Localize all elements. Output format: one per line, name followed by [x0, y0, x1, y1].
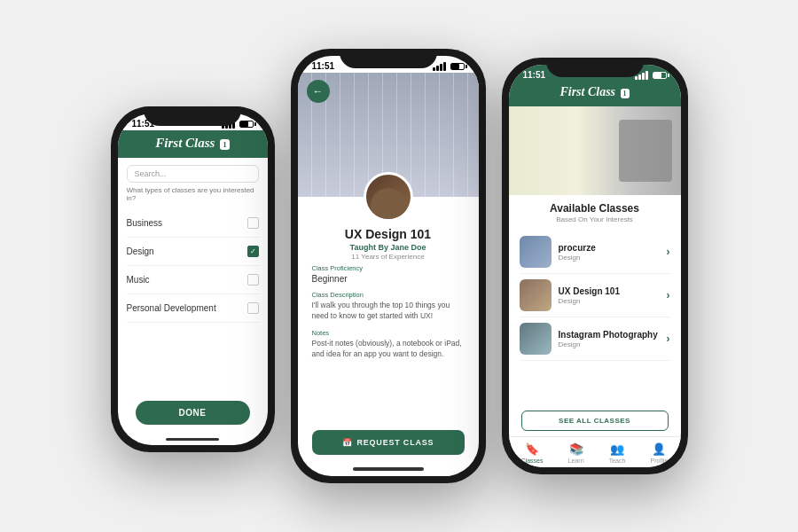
category-personal-dev[interactable]: Personal Development: [127, 294, 259, 323]
checkbox-design[interactable]: [247, 246, 259, 257]
done-button[interactable]: DONE: [136, 401, 250, 425]
notes-text: Post-it notes (obviously), a notebook or…: [312, 339, 465, 360]
signal-icon-2: [433, 62, 446, 71]
status-bar-1: 11:51: [118, 113, 268, 130]
header-top-3: First Class 1: [520, 85, 670, 99]
app-title-3: First Class 1: [559, 85, 629, 99]
avatar: [364, 172, 413, 222]
battery-icon-2: [450, 63, 465, 70]
class-title-procurze: procurze: [559, 243, 660, 253]
nav-learn[interactable]: 📚 Learn: [568, 442, 584, 464]
instructor-name: Taught By Jane Doe: [312, 243, 465, 252]
home-indicator-2: [353, 467, 424, 471]
category-label-design: Design: [127, 246, 154, 256]
nav-profile[interactable]: 👤 Profile: [651, 442, 669, 464]
calendar-icon: 📅: [342, 438, 353, 447]
proficiency-value: Beginner: [312, 274, 465, 284]
available-section: Available Classes Based On Your Interest…: [509, 195, 681, 227]
learn-icon: 📚: [569, 442, 583, 456]
class-title-ux: UX Design 101: [559, 286, 660, 296]
teach-icon: 👥: [610, 442, 624, 456]
status-time-3: 11:51: [523, 70, 546, 80]
category-label-business: Business: [127, 218, 163, 228]
class-thumb-procurze: [520, 236, 552, 268]
available-subtitle: Based On Your Interests: [521, 215, 669, 223]
app-title-1: First Class 1: [129, 136, 257, 151]
request-class-button[interactable]: 📅 REQUEST CLASS: [312, 430, 465, 455]
see-all-classes-button[interactable]: SEE ALL CLASSES: [521, 411, 669, 431]
chevron-icon-procurze: ›: [667, 246, 670, 258]
notebook-bg: [509, 106, 681, 195]
nav-profile-label: Profile: [651, 458, 669, 464]
category-business[interactable]: Business: [127, 209, 259, 238]
class-item-procurze[interactable]: procurze Design ›: [520, 231, 670, 274]
app-badge-1: 1: [220, 139, 230, 150]
chevron-icon-ux: ›: [667, 289, 670, 301]
phone-class-detail: 11:51 ←: [291, 49, 486, 483]
nav-teach[interactable]: 👥 Teach: [609, 442, 626, 464]
request-class-label: REQUEST CLASS: [356, 438, 434, 447]
status-icons-1: [222, 120, 254, 129]
class-list: procurze Design › UX Design 101 Design ›: [509, 227, 681, 405]
category-design[interactable]: Design: [127, 238, 259, 266]
category-label-music: Music: [127, 275, 150, 285]
checkbox-business[interactable]: [247, 217, 259, 229]
thumb-img-ux: [520, 279, 552, 311]
thumb-img-photo: [520, 323, 552, 355]
nav-learn-label: Learn: [568, 458, 584, 464]
status-icons-2: [433, 62, 465, 71]
search-box[interactable]: Search...: [127, 165, 259, 183]
thumb-img-design: [520, 236, 552, 268]
app-badge-3: 1: [621, 89, 630, 98]
description-text: I'll walk you through the top 10 things …: [312, 301, 465, 322]
category-music[interactable]: Music: [127, 266, 259, 294]
class-info-ux: UX Design 101 Design: [559, 286, 660, 305]
nav-teach-label: Teach: [609, 458, 626, 464]
class-item-ux[interactable]: UX Design 101 Design ›: [520, 274, 670, 317]
classes-icon: 🔖: [525, 442, 539, 456]
class-item-photo[interactable]: Instagram Photography Design ›: [520, 317, 670, 361]
chevron-icon-photo: ›: [667, 332, 670, 345]
home-indicator-1: [166, 438, 219, 441]
profile-icon: 👤: [652, 442, 666, 456]
class-cat-procurze: Design: [559, 254, 660, 262]
back-button[interactable]: ←: [307, 80, 330, 103]
nav-classes[interactable]: 🔖 Classes: [521, 442, 544, 464]
hero-img-3: [509, 106, 681, 195]
class-info-procurze: procurze Design: [559, 243, 660, 262]
notes-label: Notes: [312, 329, 465, 337]
class-info-photo: Instagram Photography Design: [559, 330, 660, 348]
status-time-1: 11:51: [132, 119, 155, 129]
status-time-2: 11:51: [312, 61, 335, 71]
status-bar-2: 11:51: [298, 56, 479, 73]
class-name: UX Design 101: [312, 227, 465, 241]
category-list: Business Design Music Personal Developme…: [118, 209, 268, 392]
avatar-shape: [371, 188, 406, 222]
search-hint: What types of classes are you interested…: [127, 186, 259, 202]
class-title-photo: Instagram Photography: [559, 330, 660, 340]
proficiency-label: Class Proficiency: [312, 264, 465, 272]
checkbox-personal-dev[interactable]: [247, 302, 259, 314]
nav-classes-label: Classes: [521, 458, 544, 464]
class-cat-ux: Design: [559, 297, 660, 305]
signal-icon-1: [222, 120, 235, 129]
battery-icon-1: [239, 121, 254, 128]
app-header-3: First Class 1: [509, 82, 681, 106]
notes-block: Notes Post-it notes (obviously), a noteb…: [312, 329, 465, 360]
checkbox-music[interactable]: [247, 274, 259, 286]
class-details: Class Proficiency Beginner Class Descrip…: [298, 264, 479, 423]
status-icons-3: [635, 71, 667, 80]
bottom-nav: 🔖 Classes 📚 Learn 👥 Teach 👤 Profile: [509, 436, 681, 467]
proficiency-block: Class Proficiency Beginner: [312, 264, 465, 284]
class-thumb-ux: [520, 279, 552, 311]
description-block: Class Description I'll walk you through …: [312, 291, 465, 322]
status-bar-3: 11:51: [509, 65, 681, 82]
app-header-1: First Class 1: [118, 130, 268, 158]
signal-icon-3: [635, 71, 648, 80]
available-title: Available Classes: [521, 202, 669, 215]
class-cat-photo: Design: [559, 340, 660, 348]
battery-icon-3: [653, 72, 667, 79]
instructor-experience: 11 Years of Experience: [312, 253, 465, 261]
class-thumb-photo: [520, 323, 552, 355]
avatar-area: [298, 172, 479, 222]
